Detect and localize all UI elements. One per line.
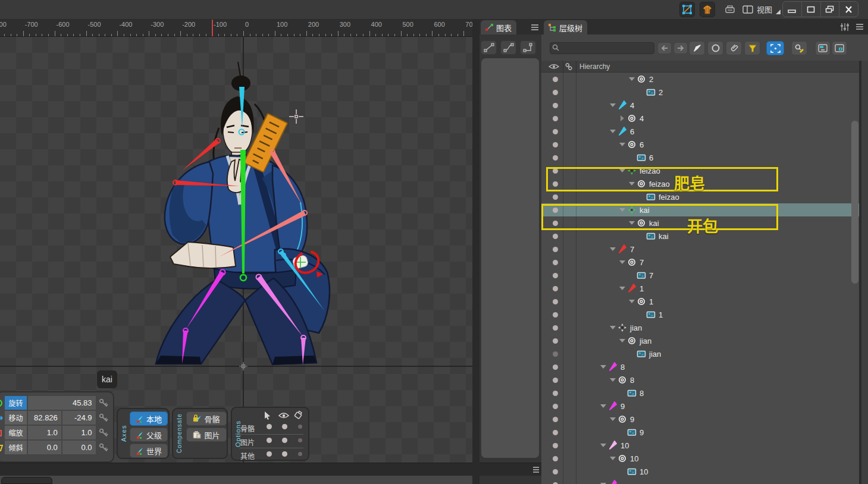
option-dot-其他-tint-icon[interactable] bbox=[298, 452, 302, 456]
expand-closed-triangle[interactable] bbox=[618, 115, 627, 121]
tree-row-slot-7[interactable]: 7 bbox=[541, 256, 868, 269]
shear-label[interactable]: 倾斜 bbox=[5, 441, 27, 454]
visibility-dot[interactable] bbox=[553, 299, 558, 304]
visibility-dot[interactable] bbox=[553, 325, 558, 331]
axes-local-button[interactable]: 本地 bbox=[130, 411, 168, 426]
visibility-dot[interactable] bbox=[553, 116, 558, 121]
tree-row-bone-1[interactable]: 1 bbox=[541, 282, 868, 295]
collapsed-panel-corner[interactable] bbox=[1, 477, 52, 484]
history-forward-button[interactable] bbox=[673, 42, 688, 54]
printer-icon[interactable] bbox=[725, 5, 735, 14]
circle-select-button[interactable] bbox=[707, 41, 723, 55]
visibility-dot[interactable] bbox=[553, 77, 558, 82]
visibility-dot[interactable] bbox=[553, 312, 558, 318]
option-dot-骨骼-tint-icon[interactable] bbox=[298, 425, 302, 429]
visibility-dot[interactable] bbox=[553, 404, 558, 409]
tree-row-slot-10[interactable]: 10 bbox=[541, 452, 868, 465]
expand-open-triangle[interactable] bbox=[618, 143, 627, 146]
visibility-dot[interactable] bbox=[553, 430, 558, 435]
scale-label[interactable]: 缩放 bbox=[5, 426, 27, 439]
tree-row-image-10[interactable]: 10 bbox=[541, 465, 868, 478]
tree-row-bone-7[interactable]: 7 bbox=[541, 243, 868, 256]
translate-label[interactable]: 移动 bbox=[5, 411, 27, 425]
expand-open-triangle[interactable] bbox=[598, 404, 608, 408]
rotate-label[interactable]: 旋转 bbox=[5, 396, 27, 410]
ruler-marker[interactable] bbox=[212, 20, 213, 37]
tree-search-input[interactable] bbox=[550, 42, 654, 54]
visibility-dot[interactable] bbox=[553, 417, 558, 422]
tree-row-image-1[interactable]: 1 bbox=[541, 308, 868, 321]
tab-tree[interactable]: 层级树 bbox=[544, 20, 587, 34]
visibility-dot[interactable] bbox=[553, 247, 558, 252]
visibility-dot[interactable] bbox=[553, 456, 558, 461]
expand-open-triangle[interactable] bbox=[608, 457, 618, 460]
visibility-dot[interactable] bbox=[553, 351, 558, 357]
visibility-dot[interactable] bbox=[553, 194, 558, 200]
maximize-button[interactable] bbox=[802, 2, 821, 17]
translate-x-value[interactable]: 82.826 bbox=[28, 411, 61, 425]
tree-row-bone-8[interactable]: 8 bbox=[541, 360, 868, 373]
tree-row-bone-6[interactable]: 6 bbox=[541, 125, 868, 138]
visibility-dot[interactable] bbox=[553, 142, 558, 147]
visibility-dot[interactable] bbox=[553, 260, 558, 265]
linear-curve-button[interactable] bbox=[481, 40, 497, 55]
stepped-curve-button[interactable] bbox=[520, 40, 536, 55]
tree-row-cross-jian[interactable]: jian bbox=[541, 321, 868, 334]
graph-menu-icon[interactable] bbox=[531, 24, 539, 30]
visibility-dot[interactable] bbox=[553, 103, 558, 108]
new-bone-tool-button[interactable] bbox=[689, 41, 705, 55]
expand-open-triangle[interactable] bbox=[598, 444, 608, 447]
attachment-button[interactable] bbox=[726, 41, 742, 55]
close-button[interactable] bbox=[839, 2, 858, 17]
key-rotate-button[interactable] bbox=[97, 396, 111, 410]
tree-row-slot-2[interactable]: 2 bbox=[541, 73, 868, 86]
tree-row-slot-4[interactable]: 4 bbox=[541, 112, 868, 125]
filter-button[interactable] bbox=[744, 41, 760, 55]
visibility-dot[interactable] bbox=[553, 443, 558, 448]
key-scale-button[interactable] bbox=[97, 426, 111, 439]
tree-row-image-8[interactable]: 8 bbox=[541, 386, 868, 400]
visibility-dot[interactable] bbox=[553, 364, 558, 370]
tree-row-slot-6[interactable]: 6 bbox=[541, 138, 868, 151]
option-dot-图片-tint-icon[interactable] bbox=[298, 438, 302, 442]
visibility-dot[interactable] bbox=[553, 234, 558, 239]
tree-row-bone[interactable] bbox=[541, 478, 868, 484]
tree-row-slot-1[interactable]: 1 bbox=[541, 295, 868, 308]
expand-open-triangle[interactable] bbox=[608, 326, 618, 329]
visibility-dot[interactable] bbox=[553, 391, 558, 396]
expand-all-button[interactable] bbox=[832, 41, 847, 55]
visibility-dot[interactable] bbox=[553, 286, 558, 291]
scale-y-value[interactable]: 1.0 bbox=[62, 426, 96, 439]
expand-open-triangle[interactable] bbox=[608, 247, 618, 251]
minimize-button[interactable] bbox=[783, 2, 802, 17]
tree-menu-icon[interactable] bbox=[856, 24, 864, 30]
expand-open-triangle[interactable] bbox=[627, 77, 637, 81]
tree-scrollbar-thumb[interactable] bbox=[851, 121, 858, 284]
tree-row-slot-jian[interactable]: jian bbox=[541, 334, 868, 347]
tree-row-bone-10[interactable]: 10 bbox=[541, 439, 868, 452]
axes-parent-button[interactable]: 父级 bbox=[130, 428, 168, 442]
bezier-curve-button[interactable] bbox=[500, 40, 516, 55]
tree-row-bone-4[interactable]: 4 bbox=[541, 99, 868, 112]
tab-graph[interactable]: 图表 bbox=[481, 20, 516, 34]
focus-selection-button[interactable] bbox=[766, 41, 784, 55]
option-dot-图片-eye-icon[interactable] bbox=[282, 438, 287, 443]
option-dot-其他-cursor-icon[interactable] bbox=[267, 451, 272, 457]
graph-bottom-menu-icon[interactable] bbox=[532, 467, 540, 473]
filter-settings-icon[interactable] bbox=[840, 23, 850, 31]
option-dot-骨骼-eye-icon[interactable] bbox=[282, 424, 287, 429]
restore-button[interactable] bbox=[821, 2, 840, 17]
tree-row-slot-8[interactable]: 8 bbox=[541, 373, 868, 386]
key-translate-button[interactable] bbox=[97, 411, 111, 425]
expand-open-triangle[interactable] bbox=[618, 339, 627, 342]
visibility-dot[interactable] bbox=[553, 155, 558, 161]
bounding-box-tool-button[interactable] bbox=[679, 2, 695, 17]
option-dot-图片-cursor-icon[interactable] bbox=[267, 438, 272, 443]
view-menu[interactable]: 视图 bbox=[742, 4, 781, 15]
expand-open-triangle[interactable] bbox=[608, 378, 618, 382]
expand-open-triangle[interactable] bbox=[608, 417, 618, 421]
option-dot-骨骼-cursor-icon[interactable] bbox=[267, 424, 272, 429]
expand-open-triangle[interactable] bbox=[608, 130, 618, 133]
skin-tool-button[interactable] bbox=[700, 2, 715, 17]
shear-y-value[interactable]: 0.0 bbox=[62, 441, 96, 454]
